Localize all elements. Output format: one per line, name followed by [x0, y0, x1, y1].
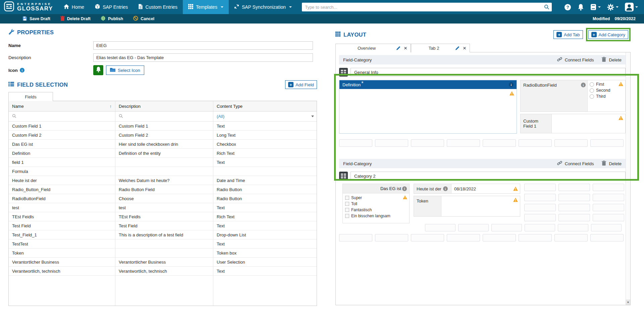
checkbox-icon[interactable] [345, 214, 349, 218]
radio-icon[interactable] [590, 94, 594, 99]
nav-item-home[interactable]: Home [58, 0, 90, 14]
table-row[interactable]: Verantwortlich, technisch Verantwortlich… [9, 267, 317, 276]
empty-field-slot[interactable] [525, 224, 555, 231]
add-field-button[interactable]: + Add Field [285, 80, 317, 89]
scroll-down-arrow[interactable]: ▼ [626, 300, 630, 305]
description-field[interactable] [93, 53, 313, 62]
info-icon[interactable]: i [443, 186, 448, 191]
cancel-button[interactable]: Cancel [133, 16, 154, 22]
table-row[interactable]: test test Text [9, 203, 317, 212]
close-tab-icon[interactable]: × [404, 45, 407, 51]
checkbox-option[interactable]: Fantastisch [345, 208, 407, 212]
tab-fields[interactable]: Fields [8, 92, 53, 101]
empty-field-slot[interactable] [554, 234, 588, 241]
connect-fields-button[interactable]: Connect Fields [557, 57, 594, 63]
empty-field-slot[interactable] [519, 139, 552, 147]
checkbox-icon[interactable] [345, 196, 349, 200]
name-filter-cell[interactable] [9, 111, 115, 121]
date-field[interactable]: Heute ist der i 08/18/2022 [414, 184, 520, 194]
empty-field-slot[interactable] [524, 214, 556, 221]
add-category-button[interactable]: + Add Category [588, 30, 629, 39]
empty-field-slot[interactable] [425, 224, 455, 231]
settings-gear-icon[interactable] [607, 4, 619, 11]
table-row[interactable]: field 1 Text [9, 158, 317, 167]
info-icon[interactable]: i [402, 186, 407, 191]
checkbox-field[interactable]: Das EG ist i Super Toll Fantastisch Ein … [342, 184, 410, 223]
empty-field-slot[interactable] [411, 234, 444, 241]
info-icon[interactable]: i [581, 83, 586, 87]
checkbox-icon[interactable] [345, 202, 349, 206]
empty-field-slot[interactable] [593, 204, 624, 211]
delete-category-button[interactable]: Delete [602, 57, 622, 63]
content-type-filter-cell[interactable]: (All) [213, 111, 317, 121]
empty-field-slot[interactable] [375, 234, 408, 241]
column-header-description[interactable]: Description [115, 101, 213, 111]
table-row[interactable]: RadioButtonField Choose Radio Button [9, 194, 317, 203]
info-icon[interactable]: i [20, 68, 24, 73]
table-row[interactable]: Das EG ist Hier sind tolle checkboxen dr… [9, 140, 317, 149]
radio-button-field[interactable]: RadioButtonField i First Second Third [520, 80, 626, 112]
empty-field-slot[interactable] [558, 214, 590, 221]
checkbox-icon[interactable] [345, 208, 349, 212]
empty-field-slot[interactable] [339, 234, 372, 241]
table-row[interactable]: Formula [9, 167, 317, 176]
empty-field-slot[interactable] [524, 194, 556, 201]
radio-icon[interactable] [590, 88, 594, 93]
connect-fields-button[interactable]: Connect Fields [557, 161, 594, 167]
empty-field-slot[interactable] [590, 139, 624, 147]
empty-field-slot[interactable] [524, 184, 556, 191]
search-icon[interactable] [544, 4, 549, 11]
empty-field-slot[interactable] [339, 139, 372, 147]
table-row[interactable]: Definition Definition of the entity Rich… [9, 149, 317, 158]
drag-handle-icon[interactable] [339, 172, 348, 180]
table-row[interactable]: Token Token box [9, 249, 317, 258]
selected-template-icon[interactable] [93, 65, 103, 75]
table-row[interactable]: TEst Feidls TEst Feidls Rich Text [9, 212, 317, 221]
empty-field-slot[interactable] [558, 224, 588, 231]
checkbox-option[interactable]: Ein bisschen langsam [345, 214, 407, 218]
column-header-content-type[interactable]: Content Type [213, 101, 317, 111]
info-icon[interactable]: i [509, 82, 514, 87]
table-row[interactable]: Heute ist der Welches Datum ist heute? D… [9, 176, 317, 185]
layout-tab[interactable]: Overview × [335, 44, 411, 52]
name-field[interactable] [93, 41, 313, 50]
empty-field-slot[interactable] [483, 139, 516, 147]
content-type-filter-value[interactable]: (All) [217, 114, 224, 119]
empty-field-slot[interactable] [593, 184, 624, 191]
table-row[interactable]: TestTest Text [9, 239, 317, 249]
help-icon[interactable]: ? [564, 4, 571, 11]
empty-field-slot[interactable] [593, 194, 624, 201]
empty-field-slot[interactable] [524, 204, 556, 211]
empty-field-slot[interactable] [591, 224, 622, 231]
nav-item-custom-entries[interactable]: Custom Entries [133, 0, 183, 14]
token-field[interactable]: Token [414, 196, 520, 217]
chevron-down-icon[interactable] [311, 116, 314, 117]
notifications-bell-icon[interactable] [578, 4, 584, 11]
empty-field-slot[interactable] [519, 234, 552, 241]
nav-item-sap-synchronization[interactable]: SAP Synchronization [229, 0, 297, 14]
empty-field-slot[interactable] [447, 234, 480, 241]
publish-button[interactable]: Publish [101, 16, 123, 22]
empty-field-slot[interactable] [447, 139, 480, 147]
edit-tab-icon[interactable] [396, 46, 400, 50]
empty-field-slot[interactable] [558, 204, 590, 211]
definition-field[interactable]: Definition * i [339, 80, 517, 134]
close-tab-icon[interactable]: × [463, 45, 466, 51]
description-filter-cell[interactable] [115, 111, 213, 121]
table-row[interactable]: Verantortlicher Business Verantortlicher… [9, 258, 317, 267]
custom-field-1[interactable]: Custom Field 1 [520, 114, 626, 133]
empty-field-slot[interactable] [375, 139, 408, 147]
table-row[interactable]: Custom Field 1 Custom Field 1 Text [9, 122, 317, 131]
delete-draft-button[interactable]: Delete Draft [60, 16, 91, 22]
app-logo[interactable]: ENTERPRISE GLOSSARY [0, 0, 58, 14]
select-icon-button[interactable]: Select Icon [106, 65, 144, 75]
delete-category-button[interactable]: Delete [602, 161, 622, 167]
empty-field-slot[interactable] [458, 224, 489, 231]
empty-field-slot[interactable] [593, 214, 624, 221]
add-tab-button[interactable]: + Add Tab [553, 30, 583, 39]
empty-field-slot[interactable] [483, 234, 516, 241]
table-row[interactable]: Custom Field 2 Custom Field 2 Long Text [9, 131, 317, 140]
nav-item-templates[interactable]: Templates [183, 0, 229, 14]
date-field-value[interactable]: 08/18/2022 [451, 184, 520, 193]
user-avatar[interactable] [625, 3, 638, 11]
